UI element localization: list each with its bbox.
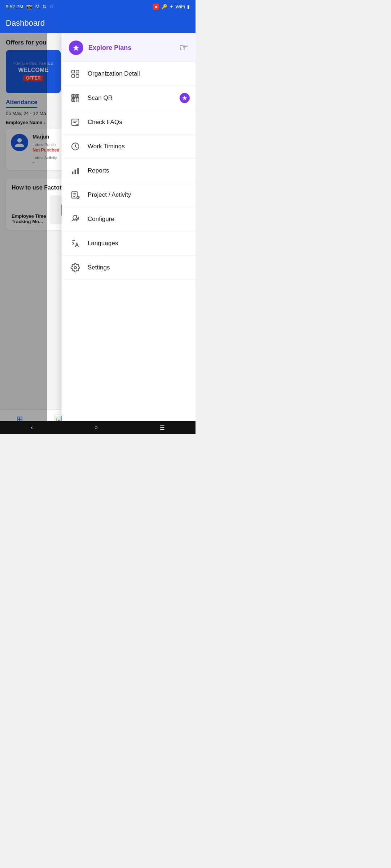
dim-overlay: [0, 33, 47, 434]
scan-qr-badge: [180, 93, 190, 103]
svg-rect-1: [76, 70, 79, 73]
grid-icon: [70, 69, 81, 78]
clock-icon: [70, 142, 81, 151]
reports-icon: [70, 166, 81, 175]
explore-plans-label: Explore Plans: [88, 44, 131, 52]
configure-label: Configure: [88, 216, 114, 223]
menu-item-languages[interactable]: Languages: [62, 231, 196, 256]
svg-rect-3: [76, 75, 79, 77]
svg-rect-2: [72, 75, 75, 77]
svg-rect-12: [76, 101, 77, 102]
menu-item-work-timings[interactable]: Work Timings: [62, 135, 196, 159]
explore-plans-icon: [69, 41, 83, 55]
languages-icon: [70, 239, 81, 248]
project-icon: [70, 190, 81, 200]
svg-line-27: [78, 197, 79, 198]
key-icon: 🔑: [161, 4, 167, 9]
cursor-icon: ☞: [179, 42, 188, 54]
menu-button[interactable]: ☰: [160, 424, 165, 431]
svg-rect-18: [72, 171, 73, 174]
app-header: Dashboard: [0, 13, 196, 33]
svg-rect-11: [78, 98, 79, 99]
bluetooth-icon: ✦: [169, 4, 173, 9]
svg-rect-9: [72, 99, 74, 101]
settings-label: Settings: [88, 264, 110, 271]
time-display: 9:52 PM: [6, 4, 23, 9]
app-title: Dashboard: [6, 18, 45, 28]
google-icon: G: [50, 4, 54, 9]
check-faqs-label: Check FAQs: [88, 119, 122, 126]
scan-qr-label: Scan QR: [88, 94, 113, 102]
menu-item-project-activity[interactable]: Project / Activity: [62, 183, 196, 207]
mail-icon: M: [35, 4, 39, 9]
status-bar-right: ● 🔑 ✦ WiFi ▮: [153, 4, 190, 10]
configure-icon: [70, 214, 81, 224]
menu-item-configure[interactable]: Configure: [62, 207, 196, 231]
svg-rect-0: [72, 70, 75, 73]
status-bar: 9:52 PM 📷 M ↻ G ● 🔑 ✦ WiFi ▮: [0, 0, 196, 13]
wifi-icon: WiFi: [176, 4, 185, 9]
svg-rect-20: [77, 168, 79, 174]
qr-icon: [70, 93, 81, 103]
refresh-icon: ↻: [42, 4, 47, 9]
badge-star-icon: [182, 95, 188, 101]
record-icon: ●: [153, 4, 159, 10]
faq-icon: [70, 118, 81, 127]
svg-rect-13: [78, 101, 79, 102]
languages-label: Languages: [88, 240, 118, 247]
svg-rect-19: [75, 170, 76, 174]
reports-label: Reports: [88, 167, 109, 174]
status-bar-left: 9:52 PM 📷 M ↻ G: [6, 4, 54, 9]
svg-rect-5: [72, 95, 74, 97]
settings-icon: [70, 263, 81, 272]
svg-rect-7: [76, 95, 78, 97]
svg-rect-10: [76, 98, 77, 99]
menu-item-organization-detail[interactable]: Organization Detail: [62, 62, 196, 86]
explore-plans-header[interactable]: Explore Plans ☞: [62, 33, 196, 62]
back-button[interactable]: ‹: [31, 424, 33, 431]
star-icon: [72, 44, 80, 52]
dropdown-menu: Explore Plans ☞ Organization Detail: [62, 33, 196, 434]
project-activity-label: Project / Activity: [88, 191, 131, 199]
work-timings-label: Work Timings: [88, 143, 125, 150]
menu-item-reports[interactable]: Reports: [62, 159, 196, 183]
menu-item-scan-qr[interactable]: Scan QR: [62, 86, 196, 110]
home-button[interactable]: ○: [94, 424, 98, 431]
system-nav: ‹ ○ ☰: [0, 421, 196, 434]
main-content: Offers for you FOR LIMITED PERIOD WELCOM…: [0, 33, 196, 434]
video-icon: 📷: [26, 4, 32, 9]
organization-detail-label: Organization Detail: [88, 70, 140, 77]
menu-item-settings[interactable]: Settings: [62, 256, 196, 280]
battery-icon: ▮: [187, 4, 190, 9]
menu-item-check-faqs[interactable]: Check FAQs: [62, 110, 196, 135]
svg-point-28: [74, 267, 77, 269]
